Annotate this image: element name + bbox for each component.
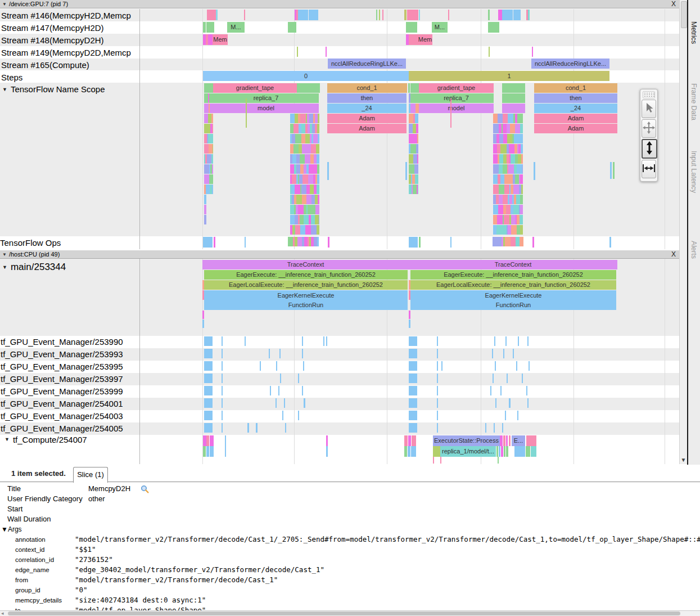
trace-slice[interactable]	[379, 10, 380, 20]
trace-slice-fragment[interactable]	[414, 164, 418, 174]
trace-slice[interactable]: replica_7	[419, 93, 494, 103]
trace-slice-fragment[interactable]	[493, 154, 498, 164]
trace-slice[interactable]	[502, 10, 513, 20]
trace-slice-fragment[interactable]	[306, 144, 311, 154]
trace-slice[interactable]	[498, 457, 499, 464]
trace-slice-fragment[interactable]	[317, 174, 319, 184]
trace-slice[interactable]	[409, 320, 410, 328]
trace-slice-fragment[interactable]	[305, 225, 311, 235]
trace-slice[interactable]	[326, 47, 327, 57]
trace-slice[interactable]	[203, 22, 206, 33]
trace-slice[interactable]	[405, 162, 407, 180]
trace-slice-fragment[interactable]	[496, 225, 502, 235]
trace-slice[interactable]	[202, 311, 204, 319]
trace-slice[interactable]	[225, 435, 226, 446]
trace-slice-fragment[interactable]	[296, 164, 300, 174]
trace-slice[interactable]	[408, 83, 410, 93]
trace-slice[interactable]	[526, 386, 527, 395]
trace-slice[interactable]: Adam	[327, 124, 407, 133]
trace-slice-fragment[interactable]	[308, 174, 313, 184]
trace-slice[interactable]	[244, 10, 245, 20]
trace-slice-fragment[interactable]	[410, 144, 416, 154]
trace-slice-fragment[interactable]	[311, 215, 315, 224]
trace-slice[interactable]	[278, 386, 279, 395]
trace-slice[interactable]	[256, 423, 258, 433]
trace-slice-fragment[interactable]	[516, 195, 520, 204]
trace-slice-fragment[interactable]	[300, 114, 306, 123]
trace-slice[interactable]	[409, 423, 417, 433]
trace-slice-fragment[interactable]	[211, 154, 213, 164]
trace-slice-fragment[interactable]	[316, 144, 319, 154]
trace-slice[interactable]	[210, 435, 214, 446]
trace-slice[interactable]	[505, 336, 507, 346]
trace-slice-fragment[interactable]	[290, 205, 294, 214]
trace-slice-fragment[interactable]	[204, 174, 209, 184]
trace-slice[interactable]	[437, 361, 438, 371]
trace-slice-fragment[interactable]	[317, 225, 319, 235]
trace-slice[interactable]	[516, 361, 517, 371]
horizontal-scrollbar-thumb[interactable]	[8, 611, 680, 615]
trace-slice[interactable]	[204, 423, 213, 433]
trace-slice[interactable]	[409, 34, 418, 45]
trace-slice[interactable]: _24	[327, 104, 407, 113]
trace-slice-fragment[interactable]	[504, 215, 509, 224]
trace-slice[interactable]	[297, 83, 320, 93]
trace-slice[interactable]: FunctionRun	[410, 300, 616, 310]
trace-slice[interactable]	[204, 93, 208, 103]
trace-slice[interactable]: model	[213, 104, 319, 113]
trace-slice[interactable]	[408, 435, 411, 446]
trace-slice[interactable]	[518, 336, 519, 346]
trace-slice[interactable]	[404, 446, 407, 457]
trace-slice[interactable]	[270, 386, 271, 395]
trace-slice-fragment[interactable]	[520, 205, 523, 214]
trace-slice[interactable]: FunctionRun	[204, 300, 408, 310]
trace-slice-fragment[interactable]	[298, 205, 304, 214]
trace-slice-fragment[interactable]	[497, 215, 503, 224]
trace-slice[interactable]: cond_1	[327, 83, 407, 93]
trace-slice-fragment[interactable]	[520, 215, 523, 224]
trace-slice-fragment[interactable]	[503, 124, 507, 133]
trace-slice-fragment[interactable]	[204, 114, 208, 123]
trace-slice[interactable]	[450, 237, 451, 248]
sidebar-tab-alerts[interactable]: Alerts	[690, 241, 698, 259]
trace-slice[interactable]	[488, 22, 499, 33]
trace-slice-fragment[interactable]	[513, 205, 519, 214]
trace-slice[interactable]	[326, 446, 328, 457]
trace-slice[interactable]	[433, 446, 440, 457]
trace-slice[interactable]	[206, 446, 209, 457]
trace-slice[interactable]	[279, 349, 281, 358]
trace-slice-fragment[interactable]	[409, 164, 414, 174]
trace-slice[interactable]	[298, 374, 299, 383]
trace-slice-fragment[interactable]	[204, 205, 206, 214]
trace-slice-fragment[interactable]	[204, 144, 209, 154]
trace-slice-fragment[interactable]	[305, 154, 310, 164]
trace-slice[interactable]	[504, 446, 505, 457]
trace-slice[interactable]	[532, 47, 533, 57]
trace-slice[interactable]	[527, 336, 529, 346]
trace-slice-fragment[interactable]	[418, 185, 418, 194]
trace-slice[interactable]	[284, 398, 285, 408]
trace-slice[interactable]	[247, 423, 249, 433]
trace-slice[interactable]	[506, 446, 508, 457]
trace-slice-fragment[interactable]	[207, 154, 211, 164]
trace-slice-fragment[interactable]	[413, 134, 417, 143]
trace-slice-fragment[interactable]	[317, 154, 319, 164]
trace-slice-fragment[interactable]	[315, 215, 319, 224]
tab-slice[interactable]: Slice (1)	[73, 467, 108, 483]
trace-slice[interactable]: Adam	[327, 114, 407, 123]
trace-slice[interactable]	[503, 349, 504, 358]
trace-slice[interactable]	[309, 10, 318, 20]
trace-slice[interactable]	[526, 446, 530, 457]
trace-slice[interactable]	[500, 435, 503, 446]
trace-slice[interactable]	[203, 446, 206, 457]
trace-slice[interactable]	[210, 446, 214, 457]
trace-slice[interactable]	[437, 374, 438, 383]
trace-slice-fragment[interactable]	[511, 237, 516, 246]
trace-slice[interactable]	[222, 349, 223, 358]
collapse-arrow-icon[interactable]: ▼	[2, 250, 7, 259]
trace-slice[interactable]: 0	[203, 71, 409, 81]
trace-slice[interactable]	[437, 411, 438, 420]
trace-slice[interactable]: gradient_tape	[419, 83, 494, 93]
trace-slice-fragment[interactable]	[317, 124, 319, 133]
trace-slice[interactable]	[204, 336, 213, 346]
